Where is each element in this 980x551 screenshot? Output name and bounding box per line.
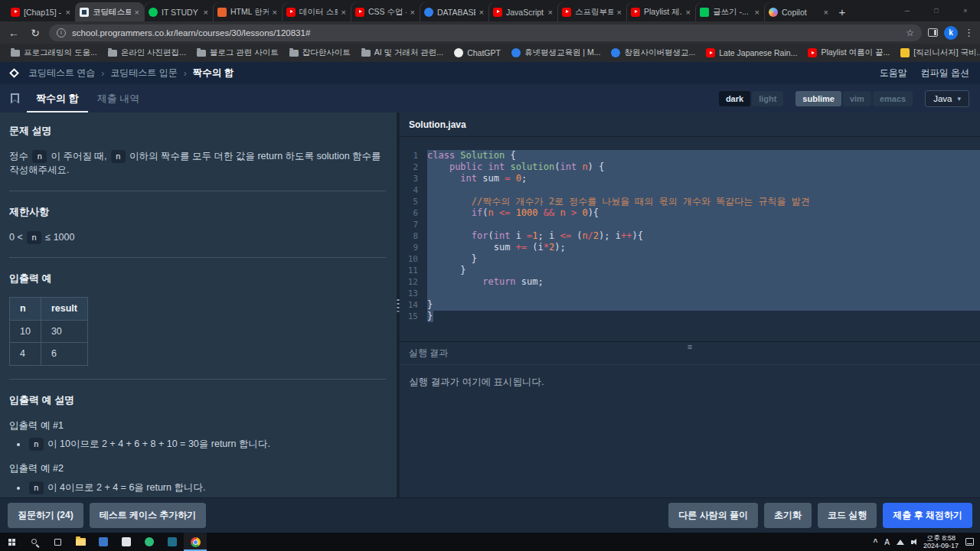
action-center-icon[interactable] bbox=[965, 538, 974, 546]
browser-tab[interactable]: 코딩테스트 연...× bbox=[75, 2, 144, 21]
browser-tab[interactable]: CSS 수업 -...× bbox=[351, 2, 420, 21]
submit-button[interactable]: 제출 후 채점하기 bbox=[883, 503, 972, 528]
breadcrumb-item[interactable]: 코딩테스트 입문 bbox=[110, 67, 177, 80]
bookmark-item[interactable]: 잡다한사이트 bbox=[285, 46, 355, 60]
code-line[interactable]: 13 bbox=[400, 288, 980, 299]
keymap-button[interactable]: emacs bbox=[873, 91, 913, 106]
header-link[interactable]: 도움말 bbox=[880, 67, 907, 80]
code-line[interactable]: 11 } bbox=[400, 265, 980, 276]
keymap-button[interactable]: vim bbox=[843, 91, 871, 106]
taskbar-app-button[interactable] bbox=[161, 533, 184, 551]
tab-close-icon[interactable]: × bbox=[824, 8, 828, 17]
breadcrumb-item[interactable]: 코딩테스트 연습 bbox=[28, 67, 95, 80]
browser-tab[interactable]: HTML 한커...× bbox=[213, 2, 282, 21]
chrome-taskbar-button[interactable] bbox=[184, 533, 207, 551]
page-tab[interactable]: 제출 내역 bbox=[88, 84, 149, 112]
back-button[interactable]: ← bbox=[6, 27, 21, 39]
tab-close-icon[interactable]: × bbox=[204, 8, 208, 17]
browser-tab[interactable]: IT STUDY C...× bbox=[144, 2, 213, 21]
tab-close-icon[interactable]: × bbox=[479, 8, 484, 17]
code-line[interactable]: 7 bbox=[400, 219, 980, 230]
volume-icon[interactable] bbox=[911, 540, 913, 544]
browser-tab[interactable]: 글쓰기 -...× bbox=[695, 2, 764, 21]
url-text[interactable]: school.programmers.co.kr/learn/courses/3… bbox=[72, 28, 900, 37]
footer-button[interactable]: 질문하기 (24) bbox=[8, 503, 83, 528]
code-line[interactable]: 3 int sum = 0; bbox=[400, 173, 980, 184]
programmers-logo-icon[interactable] bbox=[9, 68, 19, 78]
minimize-button[interactable]: ─ bbox=[893, 0, 922, 21]
bookmark-item[interactable]: 블로그 관련 사이트 bbox=[192, 46, 283, 60]
footer-button[interactable]: 다른 사람의 풀이 bbox=[668, 503, 758, 528]
taskbar-app-button[interactable] bbox=[138, 533, 161, 551]
bookmark-item[interactable]: 창원사이버평생교... bbox=[606, 46, 700, 60]
browser-tab[interactable]: [Chap15] - ...× bbox=[6, 2, 75, 21]
header-link[interactable]: 컴파일 옵션 bbox=[921, 67, 969, 80]
code-line[interactable]: 8 for(int i =1; i <= (n/2); i++){ bbox=[400, 230, 980, 242]
footer-button[interactable]: 테스트 케이스 추가하기 bbox=[90, 503, 207, 528]
page-tab[interactable]: 짝수의 합 bbox=[27, 84, 88, 112]
code-line[interactable]: 10 } bbox=[400, 253, 980, 265]
tab-close-icon[interactable]: × bbox=[617, 8, 622, 17]
bookmark-outline-icon[interactable] bbox=[11, 93, 19, 104]
side-panel-icon[interactable] bbox=[928, 28, 938, 37]
taskbar-clock[interactable]: 오후 8:58 2024-09-17 bbox=[923, 534, 959, 549]
bookmark-item[interactable]: [직리니서저] 국비... bbox=[896, 46, 980, 60]
task-view-button[interactable] bbox=[46, 533, 69, 551]
tab-close-icon[interactable]: × bbox=[273, 8, 277, 17]
start-button[interactable] bbox=[0, 533, 23, 551]
language-select[interactable]: Java ▾ bbox=[925, 90, 969, 107]
browser-tab[interactable]: Playlist 제...× bbox=[626, 2, 695, 21]
code-line[interactable]: 9 sum += (i*2); bbox=[400, 242, 980, 253]
tab-close-icon[interactable]: × bbox=[341, 8, 346, 17]
file-explorer-button[interactable] bbox=[69, 533, 92, 551]
code-line[interactable]: 15} bbox=[400, 311, 980, 322]
browser-menu-icon[interactable]: ⋮ bbox=[964, 27, 974, 38]
browser-tab[interactable]: 데이터 스트...× bbox=[282, 2, 351, 21]
bookmark-item[interactable]: AI 및 거래처 관련... bbox=[357, 46, 448, 60]
tab-close-icon[interactable]: × bbox=[135, 8, 139, 17]
bookmark-item[interactable]: ChatGPT bbox=[449, 47, 505, 59]
tab-close-icon[interactable]: × bbox=[410, 8, 415, 17]
tab-close-icon[interactable]: × bbox=[548, 8, 553, 17]
taskbar-app-button[interactable] bbox=[92, 533, 115, 551]
network-icon[interactable] bbox=[897, 540, 904, 545]
bookmark-item[interactable]: 프로그래밍의 도움... bbox=[6, 46, 102, 60]
browser-tab[interactable]: JavaScript -...× bbox=[488, 2, 557, 21]
taskbar-app-button[interactable] bbox=[115, 533, 138, 551]
code-line[interactable]: 4 bbox=[400, 184, 980, 196]
profile-avatar[interactable]: k bbox=[944, 26, 958, 40]
browser-tab[interactable]: Copilot× bbox=[764, 2, 833, 21]
theme-button[interactable]: dark bbox=[719, 91, 750, 106]
site-info-icon[interactable]: i bbox=[57, 28, 66, 37]
code-line[interactable]: 6 if(n <= 1000 && n > 0){ bbox=[400, 207, 980, 219]
browser-tab[interactable]: 스프링부트...× bbox=[557, 2, 626, 21]
code-line[interactable]: 1class Solution { bbox=[400, 150, 980, 161]
code-line[interactable]: 14} bbox=[400, 299, 980, 311]
code-line[interactable]: 2 public int solution(int n) { bbox=[400, 161, 980, 173]
footer-button[interactable]: 코드 실행 bbox=[818, 503, 877, 528]
maximize-button[interactable]: □ bbox=[922, 0, 951, 21]
drag-handle-icon[interactable]: ≡ bbox=[688, 343, 692, 351]
theme-button[interactable]: light bbox=[752, 91, 783, 106]
ime-indicator[interactable]: A bbox=[884, 538, 890, 546]
new-tab-button[interactable]: + bbox=[833, 2, 851, 21]
bookmark-item[interactable]: Late Japanese Rain... bbox=[701, 47, 802, 59]
address-bar[interactable]: i school.programmers.co.kr/learn/courses… bbox=[49, 24, 922, 41]
code-line[interactable]: 12 return sum; bbox=[400, 276, 980, 288]
search-button[interactable] bbox=[23, 533, 46, 551]
footer-button[interactable]: 초기화 bbox=[764, 503, 812, 528]
tab-close-icon[interactable]: × bbox=[755, 8, 760, 17]
breadcrumb-item[interactable]: 짝수의 합 bbox=[193, 67, 234, 80]
bookmark-star-icon[interactable]: ☆ bbox=[906, 28, 914, 38]
code-editor[interactable]: 1class Solution {2 public int solution(i… bbox=[400, 137, 980, 341]
bookmark-item[interactable]: 온라인 사진편집... bbox=[103, 46, 191, 60]
keymap-button[interactable]: sublime bbox=[795, 91, 841, 106]
close-window-button[interactable]: × bbox=[951, 0, 980, 21]
tab-close-icon[interactable]: × bbox=[66, 8, 70, 17]
browser-tab[interactable]: DATABASE1...× bbox=[420, 2, 488, 21]
bookmark-item[interactable]: Playlist 여름이 끝... bbox=[803, 46, 894, 60]
code-line[interactable]: 5 //짝수의 개수가 2로 정수를 나눴을 때의 몫의 개수와 똑같다는 규칙… bbox=[400, 196, 980, 207]
tray-chevron-up-icon[interactable]: ^ bbox=[873, 538, 877, 546]
tab-close-icon[interactable]: × bbox=[686, 8, 691, 17]
bookmark-item[interactable]: 휴넷평생교육원 | M... bbox=[507, 46, 606, 60]
